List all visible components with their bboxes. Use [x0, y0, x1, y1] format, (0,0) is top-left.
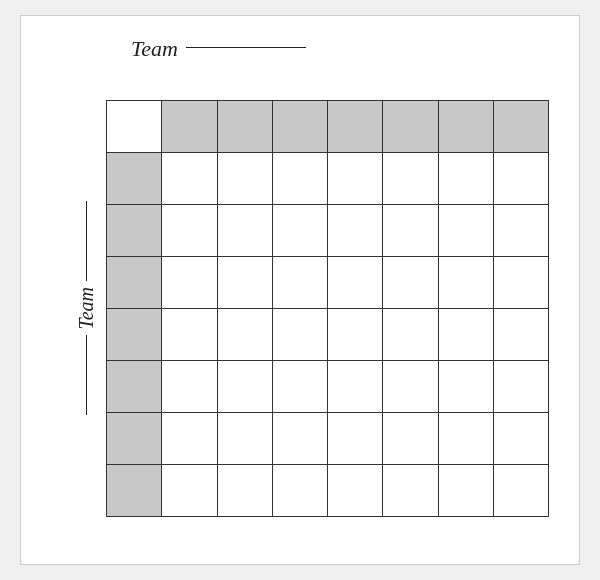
cell-5-5: [383, 360, 438, 412]
table-row: [107, 360, 549, 412]
cell-1-7: [493, 152, 548, 204]
cell-4-6: [438, 308, 493, 360]
cell-1-5: [383, 152, 438, 204]
cell-1-2: [217, 152, 272, 204]
cell-4-1: [162, 308, 217, 360]
cell-7-6: [438, 464, 493, 516]
cell-2-6: [438, 204, 493, 256]
header-row: Team: [131, 36, 306, 62]
cell-6-1: [162, 412, 217, 464]
cell-0-2: [217, 100, 272, 152]
cell-7-3: [272, 464, 327, 516]
cell-6-6: [438, 412, 493, 464]
header-title: Team: [131, 36, 178, 62]
cell-1-4: [328, 152, 383, 204]
grid-table: [106, 100, 549, 517]
cell-6-0: [107, 412, 162, 464]
cell-3-7: [493, 256, 548, 308]
cell-2-1: [162, 204, 217, 256]
grid-wrapper: [106, 100, 549, 517]
cell-3-6: [438, 256, 493, 308]
cell-1-3: [272, 152, 327, 204]
cell-3-4: [328, 256, 383, 308]
page: Team Team: [20, 15, 580, 565]
cell-4-4: [328, 308, 383, 360]
cell-6-2: [217, 412, 272, 464]
table-row: [107, 100, 549, 152]
cell-0-6: [438, 100, 493, 152]
cell-4-5: [383, 308, 438, 360]
cell-5-6: [438, 360, 493, 412]
cell-2-5: [383, 204, 438, 256]
table-row: [107, 308, 549, 360]
cell-1-1: [162, 152, 217, 204]
cell-6-5: [383, 412, 438, 464]
side-label-container: Team: [71, 72, 101, 544]
table-row: [107, 412, 549, 464]
cell-0-3: [272, 100, 327, 152]
cell-1-0: [107, 152, 162, 204]
header-underline: [186, 47, 306, 48]
cell-5-7: [493, 360, 548, 412]
cell-2-3: [272, 204, 327, 256]
cell-7-1: [162, 464, 217, 516]
cell-1-6: [438, 152, 493, 204]
cell-5-1: [162, 360, 217, 412]
side-line-bottom: [86, 335, 87, 415]
cell-0-1: [162, 100, 217, 152]
cell-2-7: [493, 204, 548, 256]
cell-7-7: [493, 464, 548, 516]
cell-2-2: [217, 204, 272, 256]
cell-3-0: [107, 256, 162, 308]
table-row: [107, 256, 549, 308]
side-label: Team: [75, 287, 98, 330]
cell-7-2: [217, 464, 272, 516]
cell-6-3: [272, 412, 327, 464]
cell-3-5: [383, 256, 438, 308]
cell-5-0: [107, 360, 162, 412]
cell-3-2: [217, 256, 272, 308]
cell-7-0: [107, 464, 162, 516]
cell-5-2: [217, 360, 272, 412]
cell-4-0: [107, 308, 162, 360]
table-row: [107, 464, 549, 516]
cell-6-4: [328, 412, 383, 464]
cell-0-5: [383, 100, 438, 152]
cell-0-0: [107, 100, 162, 152]
cell-2-4: [328, 204, 383, 256]
cell-5-4: [328, 360, 383, 412]
cell-3-1: [162, 256, 217, 308]
cell-3-3: [272, 256, 327, 308]
cell-7-5: [383, 464, 438, 516]
cell-7-4: [328, 464, 383, 516]
side-line-top: [86, 201, 87, 281]
cell-4-7: [493, 308, 548, 360]
table-row: [107, 204, 549, 256]
cell-5-3: [272, 360, 327, 412]
cell-4-2: [217, 308, 272, 360]
cell-0-7: [493, 100, 548, 152]
cell-6-7: [493, 412, 548, 464]
cell-0-4: [328, 100, 383, 152]
cell-2-0: [107, 204, 162, 256]
content-area: Team: [71, 72, 549, 544]
cell-4-3: [272, 308, 327, 360]
table-row: [107, 152, 549, 204]
